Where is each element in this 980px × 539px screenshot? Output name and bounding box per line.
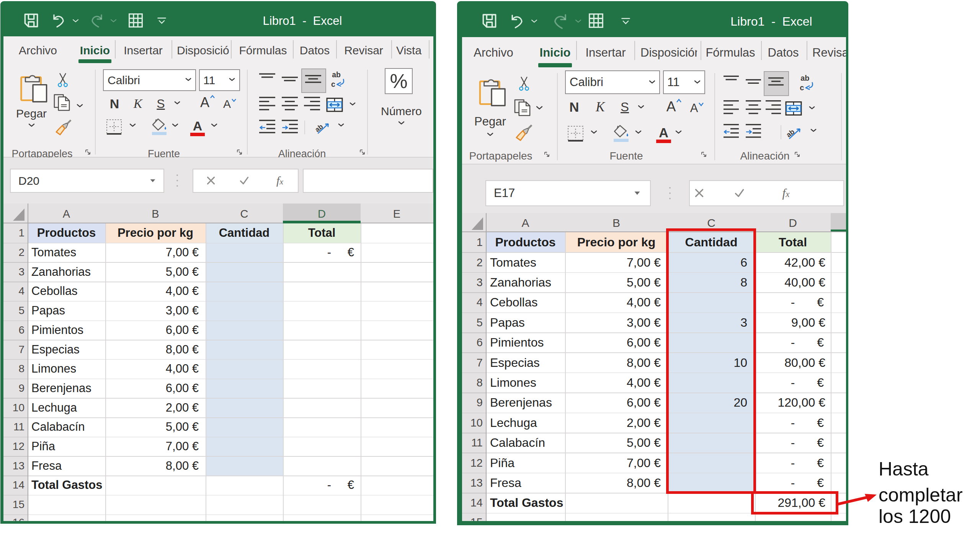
svg-text:c: c [800,83,804,92]
svg-text:ab: ab [800,74,809,82]
svg-text:c: c [331,80,335,88]
svg-text:ab: ab [332,71,341,79]
svg-text:A: A [193,119,203,133]
svg-text:A: A [659,125,668,140]
